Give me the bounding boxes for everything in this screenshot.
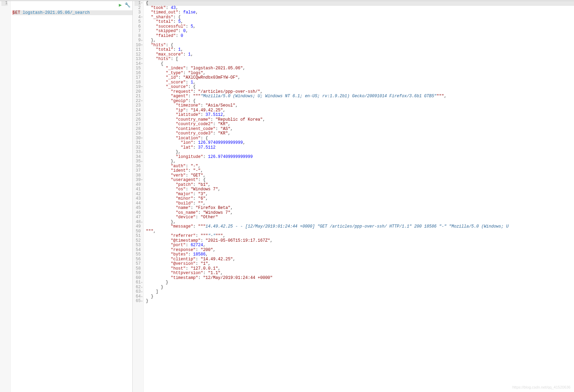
request-code[interactable]: GET logstash-2021.05.06/_search: [11, 1, 132, 392]
code-line[interactable]: "ip": "14.49.42.25",: [146, 108, 574, 113]
code-line[interactable]: "_type": "logs",: [146, 71, 574, 76]
request-line[interactable]: GET logstash-2021.05.06/_search: [13, 10, 132, 15]
code-line[interactable]: """,: [146, 229, 574, 234]
fold-toggle-icon[interactable]: ▴: [141, 38, 143, 43]
code-line[interactable]: "os_name": "Windows 7",: [146, 211, 574, 215]
code-line[interactable]: "@timestamp": "2021-05-06T15:19:17.167Z"…: [146, 239, 574, 243]
code-line[interactable]: "timed_out": false,: [146, 10, 574, 15]
request-editor[interactable]: 1 GET logstash-2021.05.06/_search: [0, 1, 132, 392]
fold-toggle-icon[interactable]: ▾: [141, 99, 143, 104]
code-line[interactable]: },: [146, 159, 574, 164]
fold-toggle-icon[interactable]: ▴: [141, 220, 143, 225]
code-line[interactable]: "os": "Windows 7",: [146, 187, 574, 192]
code-line[interactable]: "referrer": """"-"""",: [146, 234, 574, 239]
code-line[interactable]: "country_code2": "KR",: [146, 122, 574, 127]
code-line[interactable]: }: [146, 294, 574, 299]
code-line[interactable]: },: [146, 150, 574, 155]
code-line[interactable]: "name": "Firefox Beta",: [146, 206, 574, 211]
code-line[interactable]: "_score": 1,: [146, 80, 574, 85]
code-line[interactable]: "timezone": "Asia/Seoul",: [146, 103, 574, 108]
drag-dots-icon[interactable]: ⋮: [133, 260, 134, 264]
request-path: logstash-2021.05.06/_search: [23, 10, 90, 15]
run-icon[interactable]: ▶: [119, 2, 122, 8]
code-line[interactable]: "successful": 5,: [146, 24, 574, 29]
fold-toggle-icon[interactable]: ▴: [141, 294, 143, 299]
code-line[interactable]: "_shards": {: [146, 15, 574, 20]
code-line[interactable]: "hits": [: [146, 57, 574, 62]
code-line[interactable]: "longitude": 126.97409999999999: [146, 155, 574, 160]
code-line[interactable]: "clientip": "14.49.42.25",: [146, 257, 574, 262]
code-line[interactable]: "took": 43,: [146, 6, 574, 11]
code-line[interactable]: "host": "127.0.0.1",: [146, 267, 574, 271]
line-number: 61▴: [135, 280, 141, 285]
line-number: 52: [135, 239, 141, 243]
code-line[interactable]: {: [146, 1, 574, 6]
code-line[interactable]: "timestamp": "12/May/2019:01:24:44 +0000…: [146, 276, 574, 281]
response-editor[interactable]: 1▾234▾56789▴10▾111213▾14▾1516171819▾2021…: [133, 1, 574, 392]
fold-toggle-icon[interactable]: ▴: [141, 299, 143, 304]
code-line[interactable]: "latitude": 37.5112,: [146, 113, 574, 118]
fold-toggle-icon[interactable]: ▴: [141, 285, 143, 290]
code-line[interactable]: }: [146, 280, 574, 285]
fold-toggle-icon[interactable]: ▴: [141, 280, 143, 285]
code-line[interactable]: "country_name": "Republic of Korea",: [146, 118, 574, 122]
code-line[interactable]: },: [146, 38, 574, 43]
token-pad: [146, 150, 176, 154]
code-line[interactable]: },: [146, 220, 574, 225]
code-line[interactable]: "total": 5,: [146, 20, 574, 24]
fold-toggle-icon[interactable]: ▴: [141, 159, 143, 164]
fold-toggle-icon[interactable]: ▾: [141, 178, 143, 183]
token-str: "Asia/Seoul": [206, 103, 235, 108]
code-line[interactable]: "@version": "1",: [146, 262, 574, 267]
token-str: "Windows 7": [203, 210, 230, 215]
code-line[interactable]: "_index": "logstash-2021.05.06",: [146, 66, 574, 71]
code-line[interactable]: "ident": "-",: [146, 169, 574, 173]
code-line[interactable]: "request": "/articles/ppp-over-ssh/",: [146, 90, 574, 94]
code-line[interactable]: "httpversion": "1.1",: [146, 271, 574, 276]
code-line[interactable]: "message": """14.49.42.25 - - [12/May/20…: [146, 224, 574, 229]
code-line[interactable]: "patch": "b1",: [146, 183, 574, 188]
code-line[interactable]: "lon": 126.97409999999999,: [146, 141, 574, 145]
code-line[interactable]: "total": 1,: [146, 48, 574, 52]
code-line[interactable]: "_id": "AXlCQwRndbx03mFYW-OF",: [146, 76, 574, 80]
code-line[interactable]: "verb": "GET",: [146, 173, 574, 178]
code-line[interactable]: "_source": {: [146, 85, 574, 90]
code-line[interactable]: "lat": 37.5112: [146, 145, 574, 150]
token-punc: :: [196, 215, 200, 220]
fold-toggle-icon[interactable]: ▾: [141, 85, 143, 90]
code-line[interactable]: "hits": {: [146, 43, 574, 48]
wrench-icon[interactable]: 🔧: [125, 2, 130, 8]
fold-toggle-icon[interactable]: ▾: [141, 62, 143, 67]
code-line[interactable]: "minor": "6",: [146, 197, 574, 201]
code-line[interactable]: "build": "",: [146, 201, 574, 206]
code-line[interactable]: "major": "3",: [146, 192, 574, 197]
code-line[interactable]: "device": "Other": [146, 215, 574, 220]
fold-toggle-icon[interactable]: ▴: [141, 150, 143, 155]
code-line[interactable]: "useragent": {: [146, 178, 574, 183]
fold-toggle-icon[interactable]: ▴: [141, 290, 143, 294]
fold-toggle-icon[interactable]: ▾: [141, 1, 143, 6]
token-punc: ,: [223, 233, 225, 238]
code-line[interactable]: "port": 62724,: [146, 243, 574, 248]
code-line[interactable]: }: [146, 299, 574, 304]
code-line[interactable]: "skipped": 0,: [146, 29, 574, 34]
fold-toggle-icon[interactable]: ▾: [141, 57, 143, 62]
code-line[interactable]: ]: [146, 290, 574, 294]
code-line[interactable]: "bytes": 18586,: [146, 252, 574, 257]
scrollbar-vertical[interactable]: [571, 1, 574, 392]
code-line[interactable]: "country_code3": "KR",: [146, 131, 574, 136]
code-line[interactable]: "geoip": {: [146, 99, 574, 104]
code-line[interactable]: "max_score": 1,: [146, 52, 574, 57]
code-line[interactable]: }: [146, 285, 574, 290]
code-line[interactable]: "location": {: [146, 136, 574, 141]
code-line[interactable]: "failed": 0: [146, 34, 574, 39]
fold-toggle-icon[interactable]: ▾: [141, 43, 143, 48]
code-line[interactable]: "continent_code": "AS",: [146, 127, 574, 132]
fold-toggle-icon[interactable]: ▾: [141, 15, 143, 20]
code-line[interactable]: "auth": "-",: [146, 164, 574, 169]
code-line[interactable]: {: [146, 62, 574, 67]
fold-toggle-icon[interactable]: ▾: [141, 136, 143, 141]
code-line[interactable]: "agent": """"Mozilla/5.0 (Windows; U; Wi…: [146, 94, 574, 99]
code-line[interactable]: "response": "200",: [146, 248, 574, 253]
response-code[interactable]: { "took": 43, "timed_out": false, "_shar…: [144, 1, 574, 392]
